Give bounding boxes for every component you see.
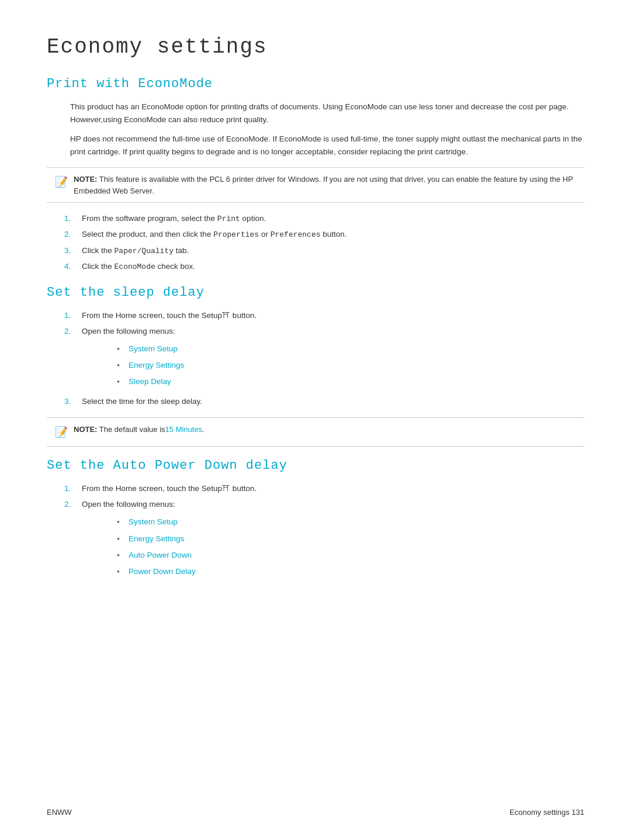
section2-menu-item-1: System Setup bbox=[129, 342, 584, 356]
section3-system-setup-link[interactable]: System Setup bbox=[129, 517, 178, 526]
section3-step1: 1. From the Home screen, touch the Setup… bbox=[82, 482, 584, 496]
section3-menu-item-1: System Setup bbox=[129, 515, 584, 529]
section1-step2: 2. Select the product, and then click th… bbox=[82, 228, 584, 241]
default-value-link[interactable]: 15 Minutes bbox=[165, 425, 203, 434]
section3-step2: 2. Open the following menus: System Setu… bbox=[82, 498, 584, 579]
section2-steps: 1. From the Home screen, touch the Setup… bbox=[47, 309, 584, 409]
section2-step3: 3. Select the time for the sleep delay. bbox=[82, 395, 584, 409]
section1-note-body: This feature is available with the PCL 6… bbox=[74, 175, 573, 195]
section1-step4: 4. Click the EconoMode check box. bbox=[82, 260, 584, 274]
section3-menu-item-2: Energy Settings bbox=[129, 532, 584, 546]
section3-menu-item-3: Auto Power Down bbox=[129, 548, 584, 562]
section1-step3: 3. Click the Paper/Quality tab. bbox=[82, 244, 584, 258]
footer-left: ENWW bbox=[47, 808, 72, 817]
section2-menu-list: System Setup Energy Settings Sleep Delay bbox=[82, 342, 584, 389]
section2-menu-item-3: Sleep Delay bbox=[129, 375, 584, 389]
section2-note: 📝 NOTE: The default value is15 Minutes. bbox=[47, 417, 584, 447]
section3-menu-item-4: Power Down Delay bbox=[129, 565, 584, 579]
section1-title: Print with EconoMode bbox=[47, 77, 584, 91]
section1-steps: 1. From the software program, select the… bbox=[47, 212, 584, 273]
note-icon-2: 📝 bbox=[55, 424, 68, 440]
page-footer: ENWW Economy settings 131 bbox=[47, 808, 584, 817]
footer-right: Economy settings 131 bbox=[509, 808, 584, 817]
sleep-delay-link[interactable]: Sleep Delay bbox=[129, 377, 171, 386]
note-label: NOTE: bbox=[74, 175, 97, 184]
section2-title: Set the sleep delay bbox=[47, 285, 584, 300]
section1-note: 📝 NOTE: This feature is available with t… bbox=[47, 167, 584, 203]
page-title: Economy settings bbox=[47, 35, 584, 59]
section3-title: Set the Auto Power Down delay bbox=[47, 458, 584, 473]
system-setup-link[interactable]: System Setup bbox=[129, 344, 178, 353]
section1-step1: 1. From the software program, select the… bbox=[82, 212, 584, 226]
auto-power-down-link[interactable]: Auto Power Down bbox=[129, 551, 192, 559]
note-icon: 📝 bbox=[55, 174, 68, 190]
power-down-delay-link[interactable]: Power Down Delay bbox=[129, 567, 196, 576]
section1-note-text: NOTE: This feature is available with the… bbox=[74, 174, 576, 196]
section2-note-text: NOTE: The default value is15 Minutes. bbox=[74, 424, 204, 435]
section2-note-body: The default value is bbox=[99, 425, 165, 434]
section2-step2: 2. Open the following menus: System Setu… bbox=[82, 325, 584, 389]
page-container: Economy settings Print with EconoMode Th… bbox=[0, 0, 631, 632]
section3-steps: 1. From the Home screen, touch the Setup… bbox=[47, 482, 584, 579]
section3-energy-settings-link[interactable]: Energy Settings bbox=[129, 534, 184, 543]
section1-para1: This product has an EconoMode option for… bbox=[47, 101, 584, 126]
energy-settings-link[interactable]: Energy Settings bbox=[129, 361, 184, 369]
section2-step1: 1. From the Home screen, touch the Setup… bbox=[82, 309, 584, 323]
section3-menu-list: System Setup Energy Settings Auto Power … bbox=[82, 515, 584, 579]
section2-note-end: . bbox=[202, 425, 204, 434]
section1-para2: HP does not recommend the full-time use … bbox=[47, 133, 584, 158]
note-label-2: NOTE: bbox=[74, 425, 97, 434]
section2-menu-item-2: Energy Settings bbox=[129, 358, 584, 372]
